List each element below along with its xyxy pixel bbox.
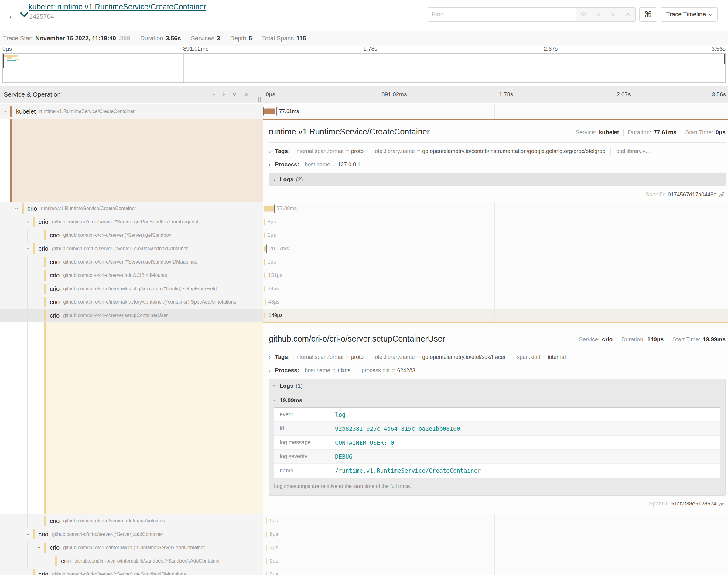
span-row[interactable]: criogithub.com/cri-o/cri-o/internal/conf… [0,282,728,295]
span-bar[interactable] [264,259,265,265]
scope-icon[interactable] [580,11,587,18]
trace-title-link[interactable]: kubelet: runtime.v1.RuntimeService/Creat… [29,2,206,11]
span-timeline-cell[interactable]: 0μs [263,568,728,575]
minimap-gridline [184,54,184,82]
span-timeline-cell[interactable]: 3μs [263,541,728,554]
tags-row[interactable]: › Tags: internal.span.format=proto otel.… [269,352,726,362]
chevron-down-icon[interactable]: › [14,205,20,212]
top-bar: ← kubelet: runtime.v1.RuntimeService/Cre… [0,0,728,31]
chevron-down-icon: › [271,385,278,387]
span-row[interactable]: criogithub.com/cri-o/cri-o/internal/fact… [0,295,728,309]
span-timeline-cell[interactable]: 0μs [263,514,728,528]
keyboard-shortcuts-button[interactable]: ⌘ [639,7,657,22]
span-timeline-cell[interactable]: 20.17ms [263,242,728,255]
log-field-row: log.severity DEBUG [274,450,720,464]
logs-accordion[interactable]: › Logs (2) [269,173,726,186]
chevron-down-icon[interactable]: › [2,108,9,115]
timeline-minimap[interactable] [2,54,726,82]
span-bar[interactable] [266,572,267,575]
span-row[interactable]: › criogithub.com/cri-o/cri-o/server.(*Se… [0,215,728,229]
span-timeline-cell[interactable]: 0μs [263,554,728,568]
collapse-all-icon[interactable]: » [231,93,239,96]
span-timeline-cell[interactable]: 0μs [263,255,728,269]
span-id-label: SpanID: [646,192,665,198]
span-timeline-cell[interactable]: 6μs [263,528,728,541]
span-bar[interactable] [264,219,265,225]
span-bar[interactable] [265,299,266,305]
span-bar[interactable] [264,233,265,238]
logs-label: Logs [280,176,293,183]
service-label: Service: [575,129,596,136]
trace-start-value: November 15 2022, 11:19:40 [35,35,116,42]
span-id-value: 51cf7f38e5128574 [671,501,717,507]
total-spans-value: 115 [296,35,306,42]
span-id-value: 0174567d17a0448e [668,192,717,198]
span-row[interactable]: › criogithub.com/cri-o/cri-o/internal/li… [0,541,728,554]
span-row[interactable]: criogithub.com/cri-o/cri-o/server.(*Serv… [0,229,728,242]
column-resize-handle[interactable] [259,97,263,102]
span-timeline-cell[interactable]: 77.08ms [263,202,728,215]
span-operation: runtime.v1.RuntimeService/CreateContaine… [39,109,135,114]
span-timeline-cell[interactable]: 77.61ms [263,104,728,119]
link-icon[interactable] [719,192,725,198]
span-row[interactable]: criogithub.com/cri-o/cri-o/server.addOCI… [0,269,728,282]
process-row[interactable]: › Process: host.name=127.0.0.1 [269,160,726,169]
span-timeline-cell[interactable]: 149μs [263,309,728,322]
expand-one-icon[interactable]: › [223,91,225,98]
divider [257,35,257,42]
chevron-down-icon[interactable]: › [36,544,43,551]
expand-all-icon[interactable]: » [244,91,248,98]
chevron-down-icon[interactable]: › [25,531,32,538]
logs-footer-note: Log timestamps are relative to the start… [274,483,411,489]
chevron-down-icon[interactable]: › [25,218,32,225]
span-row[interactable]: › criogithub.com/cri-o/cri-o/server.(*Se… [0,242,728,255]
tags-row[interactable]: › Tags: internal.span.format=proto otel.… [269,147,726,156]
span-row-selected[interactable]: criogithub.com/cri-o/cri-o/server.setupC… [0,309,728,322]
span-row[interactable]: criogithub.com/cri-o/cri-o/server.(*Serv… [0,255,728,269]
log-field-row: name /runtime.v1.RuntimeService/CreateCo… [274,464,720,478]
start-time-value: 0μs [716,129,726,136]
minimap-left-scrubber[interactable] [3,54,4,68]
logs-accordion[interactable]: › Logs (1) [274,382,303,389]
back-arrow-icon[interactable]: ← [5,8,20,23]
find-next-icon[interactable]: ∨ [609,11,617,18]
span-bar[interactable] [264,109,275,114]
trace-view-dropdown[interactable]: Trace Timeline ∨ [661,7,718,22]
span-row[interactable]: › kubelet runtime.v1.RuntimeService/Crea… [0,104,728,119]
span-id-row: SpanID: 51cf7f38e5128574 [649,501,725,507]
trace-title-collapse-chevron-icon[interactable] [20,12,28,19]
find-input[interactable] [427,8,576,21]
link-icon[interactable] [719,501,725,507]
span-timeline-cell[interactable]: 8μs [263,215,728,229]
span-bar[interactable] [264,313,265,318]
span-timeline-cell[interactable]: 43μs [263,295,728,309]
span-bar[interactable] [264,286,265,292]
span-bar[interactable] [266,545,267,551]
span-row[interactable]: criogithub.com/cri-o/cri-o/server.addIma… [0,514,728,528]
find-prev-icon[interactable]: ∧ [594,11,602,18]
log-entry-accordion[interactable]: › 19.99ms [274,397,302,404]
span-id-row: SpanID: 0174567d17a0448e [646,192,725,198]
span-row[interactable]: › crioruntime.v1.RuntimeService/CreateCo… [0,202,728,215]
span-bar[interactable] [266,518,267,524]
chevron-down-icon[interactable]: › [25,245,32,252]
span-bar[interactable] [264,273,265,278]
span-timeline-cell[interactable]: 24μs [263,282,728,295]
timeline-tick: 3.56s [712,86,726,103]
find-clear-icon[interactable]: ✕ [624,11,632,18]
span-timeline-cell[interactable]: 151μs [263,269,728,282]
span-row[interactable]: criogithub.com/cri-o/cri-o/server.(*Serv… [0,568,728,575]
span-timeline-cell[interactable]: 1μs [263,229,728,242]
span-bar[interactable] [266,532,267,537]
divider [225,35,225,42]
span-row[interactable]: › criogithub.com/cri-o/cri-o/server.(*Se… [0,528,728,541]
minimap-tick-labels: 0μs 891.02ms 1.78s 2.67s 3.56s [0,45,728,54]
log-field-value: DEBUG [335,453,352,460]
span-bar[interactable] [266,558,267,564]
span-bar[interactable] [264,246,266,252]
process-row[interactable]: › Process: host.name=nixos process.pid=6… [269,366,726,375]
span-row[interactable]: criogithub.com/cri-o/cri-o/internal/lib/… [0,554,728,568]
timeline-tick: 1.78s [499,86,513,103]
collapse-one-icon[interactable]: › [210,93,218,95]
minimap-right-scrubber[interactable] [724,54,725,64]
